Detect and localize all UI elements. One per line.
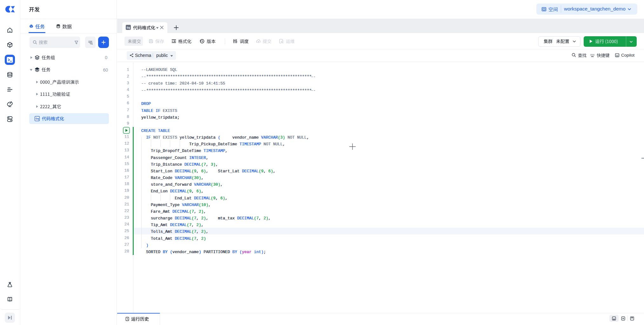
svg-text:Sq: Sq <box>36 117 39 120</box>
svg-text:Sq: Sq <box>127 26 130 29</box>
